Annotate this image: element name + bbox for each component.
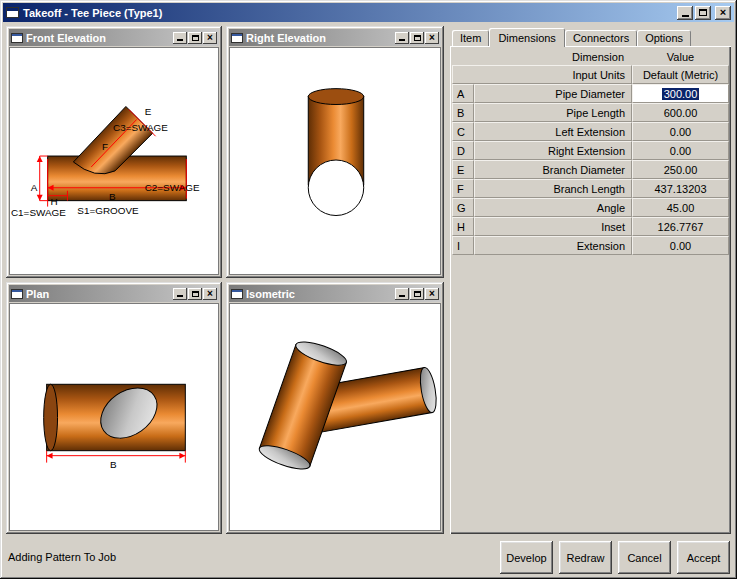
dimension-label: Branch Diameter	[474, 160, 632, 179]
dim-label-h: H	[51, 196, 58, 207]
dimension-value[interactable]: 0.00	[632, 236, 729, 255]
dim-label-b: B	[109, 191, 116, 202]
close-icon[interactable]: ×	[425, 288, 439, 300]
dimension-key: C	[452, 122, 474, 141]
accept-button[interactable]: Accept	[677, 541, 730, 574]
dimensions-tab-panel: Dimension Value Input Units Default (Met…	[450, 46, 731, 534]
close-icon[interactable]: ×	[203, 32, 217, 44]
dimension-key: A	[452, 84, 474, 103]
right-elevation-drawing	[230, 48, 440, 274]
plan-drawing: B	[10, 304, 218, 530]
minimize-icon[interactable]	[173, 288, 187, 300]
viewport-plan-title: Plan	[26, 288, 49, 300]
viewport-plan: Plan × B	[6, 282, 222, 534]
redraw-button[interactable]: Redraw	[559, 541, 612, 574]
dim-label-a: A	[31, 182, 38, 193]
status-text: Adding Pattern To Job	[8, 551, 116, 563]
right-elevation-canvas[interactable]	[229, 47, 441, 275]
minimize-icon[interactable]	[173, 32, 187, 44]
dim-label-c2: C2=SWAGE	[145, 182, 200, 193]
window-icon	[231, 33, 243, 43]
column-header-dimension: Dimension	[452, 49, 632, 65]
footer-buttons: Develop Redraw Cancel Accept	[500, 541, 730, 574]
input-units-value[interactable]: Default (Metric)	[632, 65, 729, 84]
window-icon	[11, 33, 23, 43]
minimize-icon[interactable]	[395, 288, 409, 300]
dimension-label: Pipe Length	[474, 103, 632, 122]
isometric-drawing	[230, 304, 440, 530]
dimension-key: E	[452, 160, 474, 179]
maximize-icon[interactable]	[188, 32, 202, 44]
app-window: Takeoff - Tee Piece (Type1) × Front Elev…	[0, 0, 737, 579]
close-icon[interactable]: ×	[203, 288, 217, 300]
dim-label-c1: C1=SWAGE	[11, 207, 66, 218]
dimension-key: I	[452, 236, 474, 255]
dimension-label: Extension	[474, 236, 632, 255]
dimension-key: D	[452, 141, 474, 160]
dimension-label: Pipe Diameter	[474, 84, 632, 103]
close-icon[interactable]: ×	[425, 32, 439, 44]
dimension-key: F	[452, 179, 474, 198]
dimension-label: Branch Length	[474, 179, 632, 198]
front-elevation-drawing: E C3=SWAGE F A H B C2=SWAGE C1=SWAGE S1=…	[10, 48, 218, 274]
viewport-front-titlebar[interactable]: Front Elevation ×	[9, 29, 219, 46]
dimension-key: B	[452, 103, 474, 122]
dimension-label: Right Extension	[474, 141, 632, 160]
app-icon	[6, 7, 19, 18]
dimension-value[interactable]: 600.00	[632, 103, 729, 122]
front-elevation-canvas[interactable]: E C3=SWAGE F A H B C2=SWAGE C1=SWAGE S1=…	[9, 47, 219, 275]
dimension-value[interactable]: 0.00	[632, 122, 729, 141]
window-icon	[231, 289, 243, 299]
dim-label-c3: C3=SWAGE	[113, 122, 168, 133]
viewport-right-elevation: Right Elevation ×	[226, 26, 444, 278]
minimize-icon[interactable]	[677, 6, 693, 20]
viewport-front-elevation: Front Elevation ×	[6, 26, 222, 278]
viewport-isometric-title: Isometric	[246, 288, 295, 300]
tab-options[interactable]: Options	[637, 30, 691, 46]
maximize-icon[interactable]	[410, 288, 424, 300]
dim-label-f: F	[102, 141, 108, 152]
dimension-value-input[interactable]: 300.00	[632, 84, 729, 103]
viewport-right-titlebar[interactable]: Right Elevation ×	[229, 29, 441, 46]
dimension-value[interactable]: 437.13203	[632, 179, 729, 198]
develop-button[interactable]: Develop	[500, 541, 553, 574]
dimension-value[interactable]: 0.00	[632, 141, 729, 160]
dim-label-b: B	[110, 459, 117, 470]
cancel-button[interactable]: Cancel	[618, 541, 671, 574]
maximize-icon[interactable]	[695, 6, 711, 20]
viewport-right-title: Right Elevation	[246, 32, 326, 44]
dimension-label: Left Extension	[474, 122, 632, 141]
tab-strip: Item Dimensions Connectors Options	[450, 28, 731, 46]
viewport-plan-titlebar[interactable]: Plan ×	[9, 285, 219, 302]
dimension-label: Inset	[474, 217, 632, 236]
maximize-icon[interactable]	[188, 288, 202, 300]
column-header-value: Value	[632, 49, 729, 65]
viewport-front-title: Front Elevation	[26, 32, 106, 44]
dimension-key: H	[452, 217, 474, 236]
dimensions-table: Dimension Value Input Units Default (Met…	[452, 49, 729, 255]
isometric-canvas[interactable]	[229, 303, 441, 531]
viewport-isometric: Isometric ×	[226, 282, 444, 534]
tab-connectors[interactable]: Connectors	[565, 30, 637, 46]
tab-dimensions[interactable]: Dimensions	[489, 28, 564, 47]
minimize-icon[interactable]	[395, 32, 409, 44]
close-icon[interactable]: ×	[715, 6, 731, 20]
viewport-isometric-titlebar[interactable]: Isometric ×	[229, 285, 441, 302]
tab-item[interactable]: Item	[452, 30, 489, 46]
maximize-icon[interactable]	[410, 32, 424, 44]
dimension-value[interactable]: 126.7767	[632, 217, 729, 236]
dimension-value[interactable]: 45.00	[632, 198, 729, 217]
window-title: Takeoff - Tee Piece (Type1)	[23, 7, 162, 19]
titlebar[interactable]: Takeoff - Tee Piece (Type1) ×	[3, 3, 734, 22]
dimension-key: G	[452, 198, 474, 217]
dim-label-s1: S1=GROOVE	[77, 205, 139, 216]
properties-panel: Item Dimensions Connectors Options Dimen…	[450, 28, 731, 534]
dim-label-e: E	[145, 106, 152, 117]
input-units-label: Input Units	[452, 65, 632, 84]
dimension-label: Angle	[474, 198, 632, 217]
dimension-value[interactable]: 250.00	[632, 160, 729, 179]
window-icon	[11, 289, 23, 299]
plan-canvas[interactable]: B	[9, 303, 219, 531]
